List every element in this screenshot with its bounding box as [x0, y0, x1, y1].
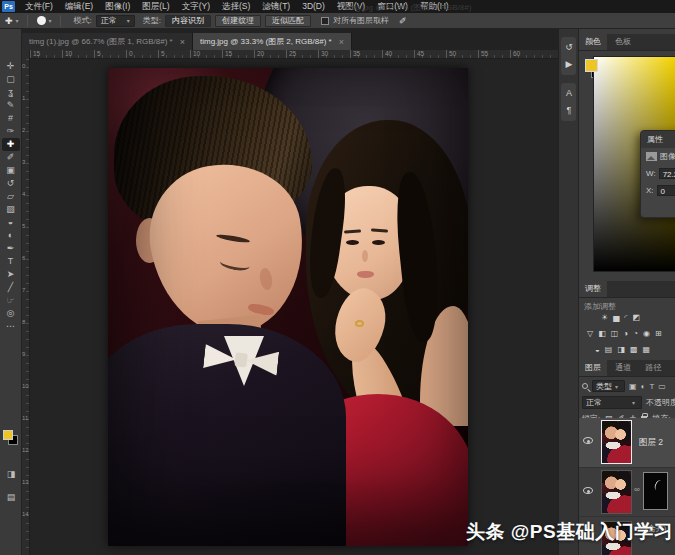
clone-stamp-tool[interactable]: ▣: [2, 164, 20, 177]
curves-icon[interactable]: ◜: [624, 313, 627, 322]
threshold-icon[interactable]: ◨: [617, 345, 625, 354]
menu-file[interactable]: 文件(F): [19, 0, 59, 13]
spot-healing-brush-icon[interactable]: ✚: [5, 16, 13, 26]
quick-mask-button[interactable]: ◨: [0, 469, 22, 479]
adjustment-layer-filter-icon[interactable]: ◐: [641, 382, 646, 391]
layer-thumbnail[interactable]: [601, 470, 632, 514]
canvas-area[interactable]: [30, 59, 558, 555]
width-value[interactable]: 72.2: [659, 168, 675, 179]
close-icon[interactable]: ×: [339, 37, 344, 47]
window-title: timg.jpg @ 33.3% (图层 2, RGB/8#): [345, 2, 471, 13]
levels-icon[interactable]: ▅: [613, 313, 619, 322]
hand-tool[interactable]: ☞: [2, 294, 20, 307]
shape-tool[interactable]: ╱: [2, 281, 20, 294]
tab-layers[interactable]: 图层: [579, 360, 607, 376]
filter-kind-dropdown[interactable]: 类型 ▾: [592, 380, 625, 392]
menu-image[interactable]: 图像(I): [99, 0, 136, 13]
spot-healing-brush-tool[interactable]: ✚: [2, 138, 20, 151]
opacity-label: 不透明度:: [646, 397, 675, 408]
tab-color[interactable]: 颜色: [579, 34, 607, 50]
tool-preset-arrow-icon[interactable]: ▾: [16, 17, 19, 24]
x-value[interactable]: 0: [657, 185, 675, 196]
tab-channels[interactable]: 通道: [609, 360, 637, 376]
posterize-icon[interactable]: ▤: [605, 345, 613, 354]
ps-logo: Ps: [2, 1, 15, 12]
layer-row[interactable]: ∞: [579, 467, 675, 516]
create-texture-button[interactable]: 创建纹理: [215, 15, 261, 27]
proximity-match-button[interactable]: 近似匹配: [265, 15, 311, 27]
blur-tool[interactable]: ◒: [2, 216, 20, 229]
menu-3d[interactable]: 3D(D): [296, 0, 331, 13]
menu-filter[interactable]: 滤镜(T): [256, 0, 296, 13]
layer-mask-thumbnail[interactable]: [643, 472, 668, 510]
crop-tool[interactable]: #: [2, 112, 20, 125]
layer-visibility-eye-icon[interactable]: [583, 437, 593, 444]
blend-mode-dropdown[interactable]: 正常 ▾: [582, 396, 642, 409]
tab-adjustments[interactable]: 调整: [579, 281, 607, 297]
dodge-tool[interactable]: ◐: [2, 229, 20, 242]
layer-thumbnail[interactable]: [601, 420, 632, 464]
tab-paths[interactable]: 路径: [639, 360, 667, 376]
panel-column: 颜色 色板 调整 添加调整 ☀▅◜◩ ▽◧◫◑◔◉⊞ ◒▤◨▩▦ 图层 通道 路…: [578, 29, 675, 555]
sample-all-layers-checkbox[interactable]: [321, 17, 329, 25]
type-layer-filter-icon[interactable]: T: [649, 382, 654, 391]
tab-properties[interactable]: 属性: [641, 131, 675, 148]
quick-selection-tool[interactable]: ✎: [2, 99, 20, 112]
invert-icon[interactable]: ◒: [595, 345, 600, 354]
black-white-icon[interactable]: ◑: [623, 329, 628, 338]
history-panel-icon[interactable]: ↺: [561, 39, 577, 56]
zoom-tool[interactable]: ◎: [2, 307, 20, 320]
shape-layer-filter-icon[interactable]: ▭: [658, 382, 666, 391]
character-panel-icon[interactable]: A: [561, 85, 577, 102]
history-brush-tool[interactable]: ↺: [2, 177, 20, 190]
paragraph-panel-icon[interactable]: ¶: [561, 102, 577, 119]
channel-mixer-icon[interactable]: ◉: [643, 329, 650, 338]
photo-filter-icon[interactable]: ◔: [633, 329, 638, 338]
layer-row[interactable]: 图层 2: [579, 418, 675, 467]
document-tab-inactive[interactable]: timg (1).jpg @ 66.7% (图层 1, RGB/8#) * ×: [22, 33, 193, 50]
ruler-corner: [22, 50, 30, 59]
pixel-layer-filter-icon[interactable]: ▣: [629, 382, 637, 391]
selective-color-icon[interactable]: ▦: [643, 345, 651, 354]
color-lookup-icon[interactable]: ⊞: [655, 329, 662, 338]
brush-preset-icon[interactable]: [37, 16, 46, 25]
eyedropper-tool[interactable]: ✑: [2, 125, 20, 138]
brush-preset-arrow-icon[interactable]: ▾: [49, 17, 52, 24]
gradient-tool[interactable]: ▧: [2, 203, 20, 216]
gradient-map-icon[interactable]: ▩: [630, 345, 638, 354]
move-tool[interactable]: ✛: [2, 60, 20, 73]
mask-link-icon[interactable]: ∞: [634, 485, 640, 494]
hue-saturation-icon[interactable]: ◧: [598, 329, 606, 338]
actions-panel-icon[interactable]: ▶: [561, 56, 577, 73]
exposure-icon[interactable]: ◩: [632, 313, 640, 322]
eraser-tool[interactable]: ▱: [2, 190, 20, 203]
screen-mode-button[interactable]: ▤: [0, 492, 22, 502]
tab-swatches[interactable]: 色板: [609, 34, 637, 50]
brightness-contrast-icon[interactable]: ☀: [601, 313, 608, 322]
menu-edit[interactable]: 编辑(E): [59, 0, 99, 13]
menu-type[interactable]: 文字(Y): [176, 0, 216, 13]
path-selection-tool[interactable]: ➤: [2, 268, 20, 281]
menu-layer[interactable]: 图层(L): [136, 0, 175, 13]
document-tab-active[interactable]: timg.jpg @ 33.3% (图层 2, RGB/8#) * ×: [193, 33, 352, 50]
brush-tool[interactable]: ✐: [2, 151, 20, 164]
foreground-color-swatch[interactable]: [585, 59, 598, 72]
type-tool[interactable]: T: [2, 255, 20, 268]
pen-pressure-icon[interactable]: ✐: [399, 16, 407, 26]
layer-name[interactable]: 图层 2: [639, 437, 663, 449]
color-balance-icon[interactable]: ◫: [611, 329, 619, 338]
lasso-tool[interactable]: ʓ: [2, 86, 20, 99]
edit-toolbar-button[interactable]: ⋯: [2, 320, 20, 333]
foreground-color-swatch[interactable]: [3, 430, 13, 440]
close-icon[interactable]: ×: [180, 37, 185, 47]
pen-tool[interactable]: ✒: [2, 242, 20, 255]
search-icon[interactable]: [582, 383, 588, 389]
ruler-tick: 0: [126, 50, 158, 58]
layer-visibility-eye-icon[interactable]: [583, 487, 593, 494]
menu-select[interactable]: 选择(S): [216, 0, 256, 13]
content-aware-button[interactable]: 内容识别: [165, 15, 211, 27]
marquee-tool[interactable]: ▢: [2, 73, 20, 86]
vibrance-icon[interactable]: ▽: [587, 329, 593, 338]
photo-document[interactable]: [108, 68, 468, 546]
mode-dropdown[interactable]: 正常 ▾: [96, 15, 135, 27]
